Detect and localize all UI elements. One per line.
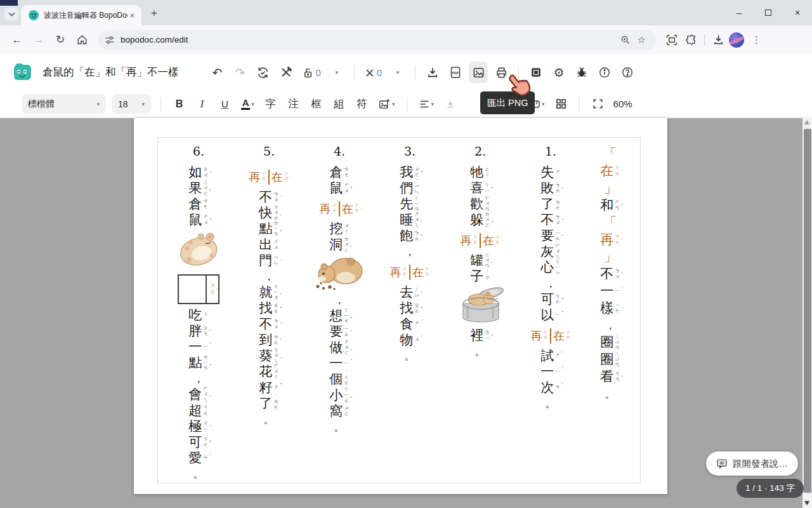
text-color-button[interactable]: A ▾: [239, 95, 256, 114]
url-field[interactable]: bopodoc.com/edit ☆: [98, 30, 656, 50]
zoom-indicator-icon[interactable]: [617, 32, 633, 48]
hamster-lying-illustration[interactable]: [173, 229, 224, 270]
char-unit: 籽ㄗˇ: [259, 380, 279, 396]
bold-button[interactable]: B: [171, 95, 188, 114]
scroll-up-arrow[interactable]: [804, 120, 809, 124]
hamster-digging-illustration[interactable]: [313, 254, 366, 291]
divider: [518, 65, 519, 79]
print-button[interactable]: [492, 62, 511, 83]
answer-blank-box[interactable]: ㄗㄞˋ: [178, 274, 219, 304]
zhuyin-annotation: ㄒㄧㄢ: [414, 196, 420, 213]
undo-button[interactable]: ↶: [208, 62, 227, 83]
blank-write-area[interactable]: [179, 276, 206, 303]
scrollbar-thumb[interactable]: [804, 129, 811, 493]
close-window-button[interactable]: ×: [783, 0, 812, 25]
minimize-button[interactable]: –: [724, 0, 754, 25]
bookmark-star-icon[interactable]: ☆: [633, 32, 650, 48]
char-unit: 圈ㄑㄩㄢ: [600, 334, 620, 351]
document-page[interactable]: 「在ㄗㄞˋ」和ㄏㄢˋ「再ㄗㄞˋ」不ㄅㄨˋ一ㄧˊ樣ㄧㄤˋ，圈ㄑㄩㄢ圈ㄑㄩㄢ看ㄎㄢˋ…: [134, 118, 667, 494]
char-unit: 要ㄧㄠˋ: [540, 228, 561, 244]
title-column[interactable]: 「在ㄗㄞˋ」和ㄏㄢˋ「再ㄗㄞˋ」不ㄅㄨˋ一ㄧˊ樣ㄧㄤˋ，圈ㄑㄩㄢ圈ㄑㄩㄢ看ㄎㄢˋ…: [588, 144, 632, 483]
sentence-1[interactable]: 1.失ㄕ敗ㄅㄞˋ了˙ㄌㄜ不ㄅㄨˊ要ㄧㄠˋ灰ㄏㄨㄟ心ㄒㄧㄣ，可ㄎㄜˇ以ㄧˇ再ㄗㄞˋ…: [518, 144, 584, 483]
zhuyin-annotation: ㄉㄧㄢˇ: [273, 221, 279, 237]
printer-icon: [495, 66, 508, 79]
zoom-level[interactable]: 60%: [613, 98, 632, 109]
hamster-in-can-illustration[interactable]: [452, 286, 508, 326]
char-unit: 先ㄒㄧㄢ: [400, 196, 420, 212]
char-unit: 花ㄏㄨㄚ: [259, 364, 279, 380]
char-unit: 可ㄎㄜˇ: [540, 291, 561, 307]
italic-button[interactable]: I: [193, 95, 211, 114]
char-unit: 鼠ㄕㄨˇ: [188, 212, 209, 228]
align-button[interactable]: ▾: [417, 95, 436, 114]
delete-count-button[interactable]: × 0: [362, 62, 384, 83]
char-unit: 小ㄒㄧㄠˇ: [329, 387, 350, 403]
tool-symbol[interactable]: 符: [353, 95, 370, 114]
sentence-2[interactable]: 2.牠ㄊㄚ喜ㄒㄧˇ歡ㄏㄨㄢ躲ㄉㄨㄛˇ再ㄗㄞˋ在ㄗㄞˋ罐ㄍㄨㄢˋ子˙ㄗ裡ㄌㄧˇ。: [447, 144, 513, 483]
zhuyin-annotation: ㄏㄨㄟ: [555, 244, 561, 260]
char-unit: 吃ㄔ: [188, 307, 209, 323]
maximize-button[interactable]: [754, 0, 783, 25]
correction-pen-button[interactable]: [277, 62, 296, 83]
sentence-3[interactable]: 3.我ㄨㄛˇ們˙ㄇㄣ先ㄒㄧㄢ睡ㄕㄨㄟˋ飽ㄅㄠˇ，再ㄗㄞˋ在ㄗㄞˋ去ㄑㄩˋ找ㄓㄠˇ…: [377, 144, 443, 483]
browser-tab[interactable]: 波波注音編輯器 BopoDoc ×: [21, 5, 141, 25]
download-file-button[interactable]: [423, 62, 442, 83]
profile-avatar[interactable]: [729, 32, 744, 48]
lock-dropdown-button[interactable]: ▾: [327, 62, 346, 83]
downloads-icon[interactable]: [710, 32, 726, 48]
redo-icon: ↷: [235, 67, 246, 79]
pdf-icon: PDF: [449, 65, 462, 79]
scroll-down-arrow[interactable]: [804, 501, 809, 505]
char-unit: 倉ㄘㄤ: [188, 196, 209, 212]
lock-count-button[interactable]: 0: [299, 62, 324, 83]
delete-dropdown-button[interactable]: ▾: [388, 62, 407, 83]
document-title[interactable]: 倉鼠的「在」和「再」不一樣: [43, 65, 179, 79]
reload-button[interactable]: ↻: [51, 30, 70, 50]
screenshot-extension-icon[interactable]: [664, 32, 680, 48]
scrollbar[interactable]: [802, 118, 812, 508]
tab-search-button[interactable]: [4, 8, 18, 20]
sentence-6[interactable]: 6.如ㄖㄨˊ果ㄍㄨㄛˇ倉ㄘㄤ鼠ㄕㄨˇㄗㄞˋ吃ㄔ胖ㄆㄤˋ一ㄧˋ點ㄉㄧㄢˇ，會ㄏㄨㄟ…: [166, 144, 232, 483]
site-settings-icon[interactable]: [104, 34, 115, 46]
settings-button[interactable]: ⚙: [549, 62, 568, 83]
divider: [407, 97, 407, 111]
theme-contrast-button[interactable]: [527, 62, 546, 83]
insert-image-button[interactable]: ▾: [376, 95, 397, 114]
download-selection-button[interactable]: [442, 95, 459, 114]
redo-button[interactable]: ↷: [231, 62, 250, 83]
tab-close-icon[interactable]: ×: [128, 11, 136, 20]
extensions-puzzle-icon[interactable]: [683, 32, 699, 48]
sync-status-button[interactable]: [254, 62, 273, 83]
punctuation: 。: [546, 396, 556, 411]
underline-button[interactable]: U: [216, 95, 233, 114]
browser-menu-icon[interactable]: ⋮: [747, 34, 766, 46]
counter-text: 1 / 1 · 143 字: [745, 483, 795, 494]
sentence-4[interactable]: 4.倉ㄘㄤ鼠ㄕㄨˇ再ㄗㄞˋ在ㄗㄞˋ挖ㄨㄚ洞ㄉㄨㄥˋ，想ㄒㄧㄤˇ要ㄧㄠˋ做ㄗㄨㄛˋ…: [306, 144, 372, 483]
tool-group[interactable]: 組: [331, 95, 348, 114]
tool-frame[interactable]: 框: [308, 95, 325, 114]
tool-char-style[interactable]: 字: [262, 95, 279, 114]
char-unit: 點ㄉㄧㄢˇ: [188, 355, 209, 371]
zhuyin-annotation: ㄧˊ: [615, 288, 620, 294]
report-bug-button[interactable]: [572, 62, 591, 83]
punctuation: 。: [264, 411, 275, 427]
sentence-5[interactable]: 5.再ㄗㄞˋ在ㄗㄞˋ不ㄅㄨˊ快ㄎㄨㄞˋ點ㄉㄧㄢˇ出ㄔㄨ門ㄇㄣˊ，就ㄐㄧㄡˋ找ㄓㄠ…: [236, 144, 302, 483]
font-size-select[interactable]: 18 ▾: [112, 94, 151, 114]
export-pdf-button[interactable]: PDF: [446, 62, 465, 83]
help-button[interactable]: [618, 62, 637, 83]
char-unit: 極ㄐㄧˊ: [188, 418, 209, 434]
export-png-button[interactable]: [469, 62, 488, 83]
new-tab-button[interactable]: +: [147, 6, 161, 20]
zhuyin-annotation: ㄓㄠˇ: [273, 303, 279, 314]
tool-zhuyin[interactable]: 注: [285, 95, 302, 114]
forward-button[interactable]: →: [29, 30, 48, 50]
bug-icon: [575, 66, 588, 79]
fullscreen-button[interactable]: [589, 95, 606, 114]
home-button[interactable]: [72, 30, 91, 50]
font-family-select[interactable]: 標楷體 ▾: [22, 94, 106, 114]
back-button[interactable]: ←: [8, 30, 27, 50]
feedback-button[interactable]: 跟開發者說…: [706, 451, 798, 476]
bopodoc-logo[interactable]: [14, 65, 31, 80]
info-button[interactable]: [595, 62, 614, 83]
layout-grid-button[interactable]: [553, 95, 570, 114]
